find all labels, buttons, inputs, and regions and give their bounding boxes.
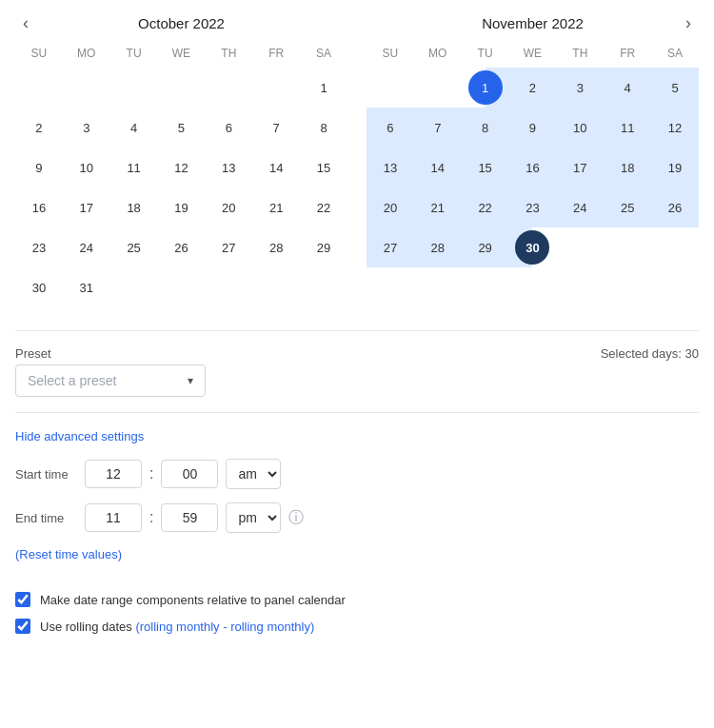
weekday-th: TH [205,43,252,68]
calendar-day[interactable]: 11 [117,150,151,185]
calendar-day[interactable]: 24 [563,190,597,225]
calendar-day[interactable]: 2 [515,70,549,105]
calendar-day[interactable]: 5 [164,110,198,145]
calendar-day[interactable]: 19 [164,190,198,225]
calendar-day[interactable]: 8 [307,110,341,145]
weekday-sa: SA [300,43,347,68]
calendar-day[interactable]: 21 [259,190,293,225]
weekday-tu: TU [462,43,509,68]
calendar-day[interactable]: 24 [69,230,104,265]
calendar-day[interactable]: 12 [658,110,692,145]
calendar-day[interactable]: 25 [117,230,151,265]
calendar-day[interactable]: 20 [373,190,407,225]
weekday-th: TH [556,43,604,68]
calendar-day[interactable]: 2 [22,110,56,145]
calendar-day[interactable]: 12 [164,150,198,185]
calendar-day[interactable]: 15 [468,150,503,185]
calendar-day[interactable]: 4 [610,70,645,105]
end-time-hour[interactable] [85,503,142,532]
chevron-down-icon: ▾ [188,374,193,387]
calendar-day[interactable]: 14 [259,150,293,185]
preset-row: Preset Select a preset ▾ Selected days: … [15,346,699,397]
calendar-day[interactable]: 29 [307,230,341,265]
calendar-day[interactable]: 30 [22,270,56,305]
relative-checkbox-label: Make date range components relative to p… [40,593,346,607]
calendar-day[interactable]: 15 [307,150,341,185]
info-icon[interactable]: ⓘ [288,508,304,528]
calendar-day[interactable]: 30 [515,230,549,265]
calendar-day[interactable]: 14 [421,150,455,185]
calendar-day[interactable]: 22 [307,190,341,225]
end-time-period-select[interactable]: am pm [226,502,281,533]
calendar-day[interactable]: 18 [117,190,151,225]
table-row: 9101112131415 [15,148,347,187]
november-title: November 2022 [482,15,584,31]
calendar-day[interactable]: 6 [211,110,246,145]
calendar-day[interactable]: 1 [468,70,503,105]
november-header: November 2022 › [367,15,699,31]
next-month-button[interactable]: › [678,10,699,37]
calendar-day[interactable]: 25 [610,190,645,225]
calendar-day[interactable]: 23 [22,230,56,265]
relative-checkbox[interactable] [15,592,30,607]
end-time-label: End time [15,511,77,525]
prev-month-button[interactable]: ‹ [15,10,36,37]
weekday-su: SU [15,43,63,68]
calendar-day[interactable]: 10 [69,150,104,185]
rolling-checkbox[interactable] [15,619,30,634]
end-time-minute[interactable] [161,503,218,532]
table-row: 1 [15,68,347,108]
calendar-day[interactable]: 3 [69,110,104,145]
october-weekdays-row: SU MO TU WE TH FR SA [15,43,347,68]
calendar-day[interactable]: 4 [117,110,151,145]
preset-left: Preset Select a preset ▾ [15,346,206,397]
start-time-period-select[interactable]: am pm [226,459,281,489]
start-time-hour[interactable] [85,460,142,488]
relative-checkbox-row: Make date range components relative to p… [15,592,699,607]
calendar-day[interactable]: 26 [164,230,198,265]
calendar-day[interactable]: 9 [515,110,549,145]
divider-1 [15,330,699,331]
reset-time-link[interactable]: (Reset time values) [15,547,122,561]
calendar-day[interactable]: 26 [658,190,692,225]
calendar-day[interactable]: 17 [563,150,597,185]
calendar-day[interactable]: 11 [610,110,645,145]
calendar-day[interactable]: 28 [421,230,455,265]
calendar-day[interactable]: 17 [69,190,104,225]
rolling-link[interactable]: (rolling monthly - rolling monthly) [135,620,314,634]
calendar-day[interactable]: 16 [515,150,549,185]
calendar-day[interactable]: 7 [421,110,455,145]
calendar-day[interactable]: 5 [658,70,692,105]
calendar-day[interactable]: 1 [307,70,341,105]
advanced-settings-toggle[interactable]: Hide advanced settings [15,429,144,443]
calendar-day[interactable]: 9 [22,150,56,185]
calendar-day[interactable]: 13 [211,150,246,185]
calendar-day[interactable]: 19 [658,150,692,185]
calendar-day[interactable]: 6 [373,110,407,145]
calendar-day[interactable]: 3 [563,70,597,105]
calendar-day[interactable]: 7 [259,110,293,145]
table-row: 3031 [15,267,347,307]
november-grid: SU MO TU WE TH FR SA 1234567891011121314… [367,43,699,267]
calendar-day[interactable]: 27 [211,230,246,265]
table-row: 6789101112 [367,108,699,148]
rolling-checkbox-label: Use rolling dates (rolling monthly - rol… [40,620,314,634]
calendar-day[interactable]: 20 [211,190,246,225]
calendar-day[interactable]: 13 [373,150,407,185]
calendar-day[interactable]: 10 [563,110,597,145]
calendar-day[interactable]: 22 [468,190,503,225]
calendar-day[interactable]: 18 [610,150,645,185]
calendar-day[interactable]: 29 [468,230,503,265]
advanced-toggle-container: Hide advanced settings [15,428,699,443]
calendar-day[interactable]: 21 [421,190,455,225]
start-time-row: Start time : am pm [15,459,699,489]
preset-dropdown[interactable]: Select a preset ▾ [15,364,206,397]
calendar-day[interactable]: 31 [69,270,104,305]
calendar-day[interactable]: 23 [515,190,549,225]
calendar-day[interactable]: 16 [22,190,56,225]
calendar-day[interactable]: 27 [373,230,407,265]
start-time-minute[interactable] [161,460,218,488]
calendar-day[interactable]: 8 [468,110,503,145]
calendar-day[interactable]: 28 [259,230,293,265]
time-colon-2: : [149,509,153,526]
